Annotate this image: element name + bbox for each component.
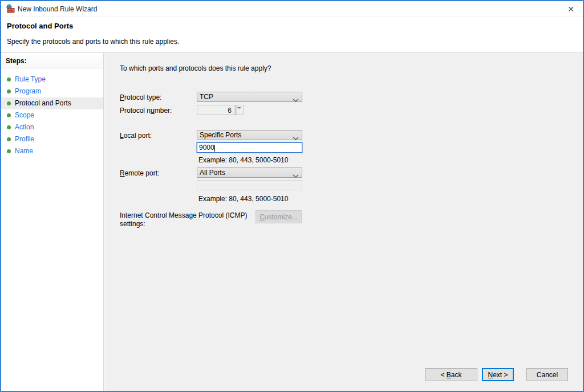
icmp-settings-label: Internet Control Message Protocol (ICMP)…: [120, 211, 256, 228]
steps-heading: Steps:: [1, 53, 103, 68]
step-label: Scope: [15, 111, 34, 119]
window-title: New Inbound Rule Wizard: [18, 5, 97, 13]
local-port-dropdown[interactable]: Specific Ports: [197, 130, 302, 140]
sidebar-item-profile[interactable]: Profile: [1, 133, 103, 145]
remote-port-example: Example: 80, 443, 5000-5010: [198, 195, 288, 203]
step-label: Action: [15, 123, 34, 131]
sidebar-item-rule-type[interactable]: Rule Type: [1, 74, 103, 85]
step-bullet-icon: [7, 113, 11, 117]
step-label: Name: [15, 147, 33, 155]
step-bullet-icon: [7, 137, 11, 141]
cancel-button[interactable]: Cancel: [526, 368, 568, 381]
step-label: Profile: [15, 135, 34, 143]
page-subtitle: Specify the protocols and ports to which…: [7, 38, 179, 46]
step-bullet-icon: [7, 89, 11, 93]
step-bullet-icon: [7, 149, 11, 153]
page-title: Protocol and Ports: [7, 22, 73, 30]
sidebar-item-name[interactable]: Name: [1, 145, 103, 157]
title-bar: New Inbound Rule Wizard ✕: [1, 1, 583, 17]
step-bullet-icon: [7, 125, 11, 129]
sidebar-item-scope[interactable]: Scope: [1, 109, 103, 121]
local-port-example: Example: 80, 443, 5000-5010: [198, 156, 288, 164]
wizard-dialog: New Inbound Rule Wizard ✕ Protocol and P…: [0, 0, 584, 392]
sidebar-item-program[interactable]: Program: [1, 85, 103, 97]
next-button[interactable]: Next >: [482, 368, 514, 381]
firewall-icon: [6, 4, 15, 13]
steps-list: Rule Type Program Protocol and Ports Sco…: [1, 74, 103, 157]
chevron-down-icon: [293, 171, 299, 180]
local-port-input[interactable]: 9000: [197, 142, 302, 153]
step-bullet-icon: [7, 101, 11, 105]
form-question: To which ports and protocols does this r…: [120, 64, 271, 72]
chevron-down-icon: [293, 95, 299, 104]
local-port-value: Specific Ports: [200, 131, 241, 139]
protocol-number-label: Protocol number:: [120, 107, 172, 115]
sidebar-item-action[interactable]: Action: [1, 121, 103, 133]
remote-port-label: Remote port:: [120, 169, 159, 177]
sidebar-item-protocol-and-ports[interactable]: Protocol and Ports: [1, 97, 103, 109]
spinner-down-icon: [236, 105, 237, 115]
step-label: Program: [15, 87, 41, 95]
protocol-type-dropdown[interactable]: TCP: [197, 92, 302, 102]
step-bullet-icon: [7, 77, 11, 81]
remote-port-value: All Ports: [200, 169, 225, 177]
back-button[interactable]: < Back: [425, 368, 477, 381]
protocol-type-label: Protocol type:: [120, 93, 161, 101]
step-label: Rule Type: [15, 75, 46, 83]
protocol-number-stepper: 6: [197, 105, 244, 115]
steps-sidebar: Steps: Rule Type Program Protocol and Po…: [1, 53, 104, 391]
content-panel: To which ports and protocols does this r…: [104, 53, 583, 391]
chevron-down-icon: [293, 133, 299, 142]
local-port-label: Local port:: [120, 132, 152, 140]
close-icon[interactable]: ✕: [566, 4, 576, 14]
remote-port-input: [197, 180, 302, 190]
text-cursor: [214, 145, 215, 152]
remote-port-dropdown[interactable]: All Ports: [197, 168, 302, 178]
protocol-number-value: 6: [228, 107, 232, 115]
protocol-type-value: TCP: [200, 93, 213, 101]
customize-button: Customize...: [256, 210, 302, 223]
step-label: Protocol and Ports: [15, 99, 71, 107]
local-port-input-value: 9000: [199, 144, 214, 152]
